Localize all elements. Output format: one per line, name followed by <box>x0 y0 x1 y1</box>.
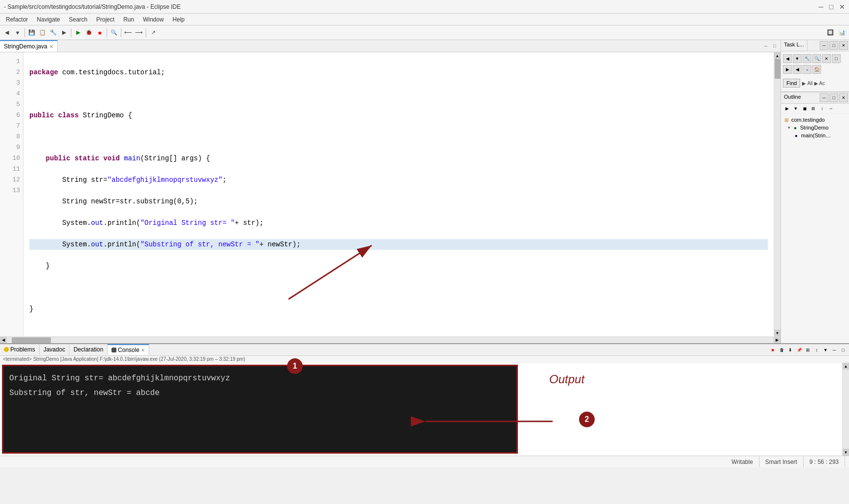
toolbar-sep-5 <box>146 28 146 37</box>
code-line-7: String newStr=str.substring(0,5); <box>29 196 768 207</box>
task-btn-9[interactable]: ⬦ <box>803 65 811 74</box>
toolbar-stop-btn[interactable]: ■ <box>95 28 105 38</box>
outline-btn-3[interactable]: ◼ <box>801 105 808 112</box>
hscroll-track[interactable] <box>7 337 774 344</box>
outline-min-btn[interactable]: ─ <box>820 93 828 102</box>
code-content[interactable]: package com.testingdocs.tutorial; public… <box>23 52 774 336</box>
outline-item-method[interactable]: ● main(Strin… <box>793 131 847 139</box>
window-controls: ─ □ ✕ <box>819 3 845 11</box>
outline-item-pkg[interactable]: ⊞ com.testingdo <box>783 116 847 124</box>
menu-search[interactable]: Search <box>65 15 91 24</box>
editor-scrollbar[interactable]: ▲ ▼ <box>774 52 781 336</box>
task-btn-4[interactable]: 🔍 <box>812 54 821 63</box>
menu-refactor[interactable]: Refactor <box>2 15 32 24</box>
toolbar-debug-btn[interactable]: 🐞 <box>84 28 94 38</box>
console-tab-close[interactable]: ✕ <box>141 348 145 353</box>
tab-max-btn[interactable]: □ <box>771 42 779 50</box>
toolbar-fwd2-btn[interactable]: ⟶ <box>134 28 144 38</box>
console-scroll-up[interactable]: ▲ <box>843 363 849 370</box>
outline-btn-4[interactable]: ⊞ <box>809 105 817 112</box>
task-btn-5[interactable]: ✕ <box>822 54 831 63</box>
toolbar-perspective-btn[interactable]: 🔲 <box>826 28 835 38</box>
toolbar-misc-btn[interactable]: ↗ <box>148 28 158 38</box>
hscroll-left-btn[interactable]: ◀ <box>0 337 7 344</box>
close-button[interactable]: ✕ <box>839 3 845 11</box>
find-button[interactable]: Find <box>783 79 800 88</box>
console-stop-btn[interactable]: ■ <box>769 346 777 354</box>
task-btn-1[interactable]: ◀ <box>783 54 792 63</box>
scrollbar-thumb[interactable] <box>775 59 781 79</box>
menu-window[interactable]: Window <box>139 15 168 24</box>
tab-javadoc[interactable]: Javadoc <box>40 344 70 355</box>
scrollbar-down-btn[interactable]: ▼ <box>774 329 781 336</box>
console-btn7[interactable]: ▼ <box>822 346 829 354</box>
task-max-btn[interactable]: □ <box>829 41 838 50</box>
editor-tab-close[interactable]: ✕ <box>49 44 53 49</box>
tab-problems[interactable]: Problems <box>0 344 40 355</box>
method-icon: ● <box>793 132 800 139</box>
minimize-button[interactable]: ─ <box>819 3 824 11</box>
tab-declaration[interactable]: Declaration <box>69 344 108 355</box>
toolbar-save-btn[interactable]: 💾 <box>27 28 37 38</box>
task-btn-7[interactable]: ▶ <box>783 65 792 74</box>
scrollbar-up-btn[interactable]: ▲ <box>774 52 781 59</box>
toolbar-run-btn[interactable]: ▶ <box>73 28 83 38</box>
task-btn-8[interactable]: ◀ <box>793 65 802 74</box>
outline-btn-6[interactable]: ↔ <box>827 105 835 112</box>
console-pin-btn[interactable]: 📌 <box>795 346 803 354</box>
task-panel-tab[interactable]: Task L... <box>781 40 807 51</box>
console-max-btn[interactable]: □ <box>839 346 847 354</box>
console-min-btn[interactable]: ─ <box>830 346 838 354</box>
task-btn-10[interactable]: 🏠 <box>812 65 821 74</box>
toolbar-back-btn[interactable]: ◀ <box>2 28 12 38</box>
task-min-btn[interactable]: ─ <box>820 41 828 50</box>
menu-run[interactable]: Run <box>119 15 138 24</box>
editor-tab-stringdemo[interactable]: StringDemo.java ✕ <box>0 40 58 52</box>
console-icon <box>112 348 116 352</box>
toolbar-back2-btn[interactable]: ⟵ <box>123 28 133 38</box>
menu-project[interactable]: Project <box>92 15 118 24</box>
toolbar-view-btn[interactable]: 📊 <box>837 28 847 38</box>
console-btn6[interactable]: ↕ <box>813 346 821 354</box>
outline-btn-2[interactable]: ▼ <box>792 105 800 112</box>
hscroll-thumb[interactable] <box>12 337 51 343</box>
outline-btn-5[interactable]: ↕ <box>818 105 826 112</box>
editor-hscroll[interactable]: ◀ ▶ <box>0 336 781 343</box>
toolbar-btn3[interactable]: 🔧 <box>48 28 58 38</box>
console-btn5[interactable]: ⊞ <box>804 346 812 354</box>
console-scroll-btn[interactable]: ⬇ <box>786 346 794 354</box>
toolbar-btn4[interactable]: ▶ <box>59 28 69 38</box>
code-line-1: package com.testingdocs.tutorial; <box>29 67 768 78</box>
outline-close-btn[interactable]: ✕ <box>839 93 848 102</box>
task-btn-2[interactable]: ▼ <box>793 54 802 63</box>
right-panel: Task L... ─ □ ✕ ◀ ▼ 🔧 🔍 ✕ □ ▶ <box>781 40 849 343</box>
scrollbar-track[interactable] <box>774 59 781 329</box>
outline-class-label: StringDemo <box>800 125 828 131</box>
code-editor[interactable]: 1 2 3 4 5 6 7 8 9 10 11 12 13 package co… <box>0 52 781 336</box>
task-close-btn[interactable]: ✕ <box>839 41 848 50</box>
toolbar-btn2[interactable]: 📋 <box>38 28 47 38</box>
toolbar-sep-4 <box>121 28 121 37</box>
tab-min-btn[interactable]: ─ <box>762 42 770 50</box>
hscroll-right-btn[interactable]: ▶ <box>774 337 781 344</box>
outline-btn-1[interactable]: ▶ <box>783 105 791 112</box>
code-line-10: } <box>29 261 768 271</box>
outline-tab[interactable]: Outline <box>781 92 804 103</box>
code-line-8: System.out.println("Original String str=… <box>29 218 768 228</box>
toolbar-search-btn[interactable]: 🔍 <box>109 28 119 38</box>
task-btn-3[interactable]: 🔧 <box>803 54 811 63</box>
menu-navigate[interactable]: Navigate <box>33 15 64 24</box>
tab-console[interactable]: Console ✕ <box>108 344 149 355</box>
maximize-button[interactable]: □ <box>829 3 833 11</box>
code-line-3: public class StringDemo { <box>29 110 768 121</box>
console-scrollbar[interactable]: ▲ ▼ <box>842 363 849 456</box>
console-scroll-track[interactable] <box>843 370 849 449</box>
outline-item-class[interactable]: ▾ ● StringDemo <box>788 124 847 131</box>
toolbar-forward-btn[interactable]: ▼ <box>13 28 22 38</box>
badge-1: 1 <box>287 358 303 374</box>
console-clear-btn[interactable]: 🗑 <box>778 346 785 354</box>
menu-help[interactable]: Help <box>169 15 189 24</box>
outline-max-btn[interactable]: □ <box>829 93 838 102</box>
task-btn-6[interactable]: □ <box>832 54 841 63</box>
console-scroll-down[interactable]: ▼ <box>843 449 849 456</box>
